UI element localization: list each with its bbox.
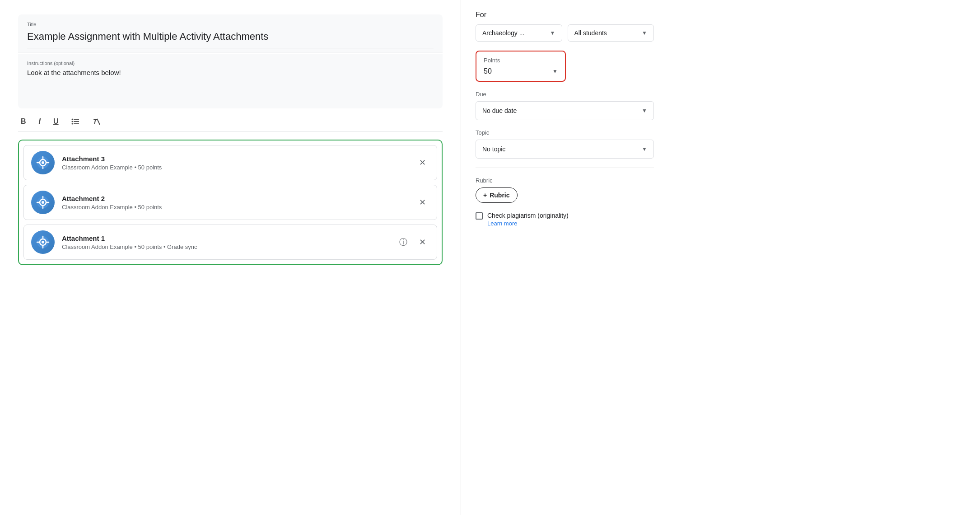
- for-section: For Archaeology ... ▼ All students ▼: [476, 11, 654, 42]
- attachment-info-1: Attachment 1 Classroom Addon Example • 5…: [62, 234, 389, 250]
- attachment-info-3: Attachment 3 Classroom Addon Example • 5…: [62, 155, 408, 171]
- attachment-3-name: Attachment 3: [62, 155, 408, 163]
- for-dropdowns: Archaeology ... ▼ All students ▼: [476, 24, 654, 42]
- topic-section: Topic No topic ▼: [476, 129, 654, 168]
- plagiarism-label: Check plagiarism (originality): [487, 212, 569, 219]
- instructions-value[interactable]: Look at the attachments below!: [27, 69, 434, 76]
- svg-line-7: [97, 119, 100, 125]
- attachment-2-name: Attachment 2: [62, 195, 408, 202]
- svg-point-4: [71, 121, 73, 122]
- title-label: Title: [27, 22, 434, 27]
- students-dropdown-arrow: ▼: [642, 30, 647, 36]
- attachment-card-2: Attachment 2 Classroom Addon Example • 5…: [23, 185, 437, 220]
- due-value: No due date: [482, 107, 517, 114]
- points-dropdown-arrow: ▼: [552, 68, 558, 75]
- attachment-1-actions: ⓘ ✕: [396, 235, 429, 249]
- svg-point-10: [42, 161, 44, 164]
- close-icon: ✕: [419, 237, 426, 247]
- bold-button[interactable]: B: [18, 116, 29, 127]
- title-underline: [27, 48, 434, 48]
- class-dropdown[interactable]: Archaeology ... ▼: [476, 24, 562, 42]
- attachment-2-close-button[interactable]: ✕: [415, 195, 429, 210]
- attachments-container: Attachment 3 Classroom Addon Example • 5…: [18, 140, 443, 265]
- attachment-3-actions: ✕: [415, 155, 429, 170]
- svg-point-5: [71, 123, 73, 125]
- plagiarism-text-group: Check plagiarism (originality) Learn mor…: [487, 212, 569, 227]
- addon-icon: [36, 196, 50, 209]
- instructions-section: Instructions (optional) Look at the atta…: [18, 54, 443, 108]
- topic-dropdown[interactable]: No topic ▼: [476, 140, 654, 159]
- class-value: Archaeology ...: [482, 29, 524, 37]
- italic-button[interactable]: I: [36, 116, 43, 127]
- rubric-button[interactable]: + Rubric: [476, 187, 518, 203]
- instructions-label: Instructions (optional): [27, 61, 434, 66]
- rubric-button-label: Rubric: [490, 192, 509, 199]
- points-label: Points: [484, 57, 558, 64]
- addon-icon: [36, 235, 50, 249]
- clear-format-icon: T: [92, 117, 100, 126]
- title-section: Title Example Assignment with Multiple A…: [18, 14, 443, 52]
- attachment-icon-3: [31, 151, 55, 174]
- due-section: Due No due date ▼: [476, 91, 654, 120]
- title-value[interactable]: Example Assignment with Multiple Activit…: [27, 29, 434, 46]
- points-box: Points 50 ▼: [476, 51, 566, 82]
- close-icon: ✕: [419, 197, 426, 207]
- rubric-plus-icon: +: [483, 192, 487, 199]
- class-dropdown-arrow: ▼: [550, 30, 555, 36]
- attachment-2-actions: ✕: [415, 195, 429, 210]
- topic-dropdown-arrow: ▼: [642, 146, 647, 152]
- attachment-1-meta: Classroom Addon Example • 50 points • Gr…: [62, 243, 389, 250]
- plagiarism-section: Check plagiarism (originality) Learn mor…: [476, 212, 654, 227]
- info-icon: ⓘ: [399, 237, 407, 248]
- svg-point-17: [42, 201, 44, 204]
- topic-value: No topic: [482, 145, 505, 153]
- attachment-2-meta: Classroom Addon Example • 50 points: [62, 204, 408, 211]
- points-section: Points 50 ▼: [476, 51, 654, 82]
- attachment-card-3: Attachment 3 Classroom Addon Example • 5…: [23, 145, 437, 180]
- attachment-1-name: Attachment 1: [62, 234, 389, 242]
- points-value: 50: [484, 67, 492, 75]
- plagiarism-checkbox[interactable]: [476, 212, 483, 220]
- list-icon: [71, 118, 79, 125]
- topic-label: Topic: [476, 129, 654, 136]
- rubric-section-label: Rubric: [476, 177, 654, 184]
- due-dropdown-arrow: ▼: [642, 108, 647, 114]
- due-label: Due: [476, 91, 654, 98]
- underline-button[interactable]: U: [51, 116, 61, 127]
- attachment-1-info-button[interactable]: ⓘ: [396, 235, 411, 249]
- due-dropdown[interactable]: No due date ▼: [476, 101, 654, 120]
- list-button[interactable]: [69, 117, 82, 126]
- svg-point-3: [71, 119, 73, 120]
- formatting-toolbar: B I U T: [18, 108, 443, 131]
- points-dropdown[interactable]: 50 ▼: [484, 67, 558, 75]
- addon-icon: [36, 156, 50, 169]
- clear-format-button[interactable]: T: [89, 116, 103, 127]
- side-panel: For Archaeology ... ▼ All students ▼ Poi…: [461, 0, 668, 515]
- attachment-icon-1: [31, 230, 55, 254]
- students-dropdown[interactable]: All students ▼: [568, 24, 654, 42]
- learn-more-link[interactable]: Learn more: [487, 220, 569, 227]
- attachment-3-meta: Classroom Addon Example • 50 points: [62, 164, 408, 171]
- attachment-1-close-button[interactable]: ✕: [415, 235, 429, 249]
- for-label: For: [476, 11, 654, 19]
- main-panel: Title Example Assignment with Multiple A…: [0, 0, 461, 515]
- attachment-info-2: Attachment 2 Classroom Addon Example • 5…: [62, 195, 408, 211]
- attachment-3-close-button[interactable]: ✕: [415, 155, 429, 170]
- attachment-icon-2: [31, 191, 55, 214]
- rubric-section: Rubric + Rubric: [476, 177, 654, 203]
- students-value: All students: [574, 29, 607, 37]
- attachment-card-1: Attachment 1 Classroom Addon Example • 5…: [23, 225, 437, 260]
- svg-point-24: [42, 241, 44, 243]
- close-icon: ✕: [419, 158, 426, 168]
